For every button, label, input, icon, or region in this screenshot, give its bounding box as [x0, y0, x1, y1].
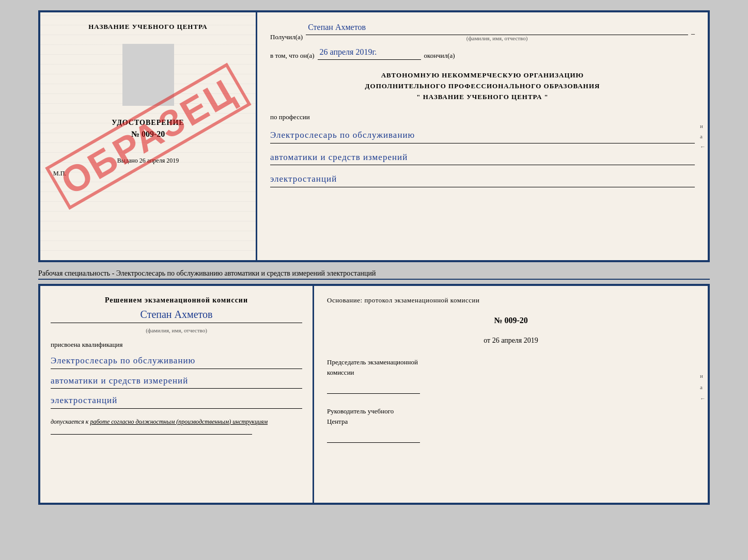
basis-label: Основание: протокол экзаменационной коми…: [327, 296, 695, 305]
received-row: Получил(а) Степан Ахметов (фамилия, имя,…: [270, 23, 695, 41]
inthat-row: в том, что он(а) 26 апреля 2019г. окончи…: [270, 47, 695, 60]
head-title: Руководитель учебного Центра: [327, 406, 695, 426]
head-label2: Центра: [327, 418, 348, 425]
org-line3: " НАЗВАНИЕ УЧЕБНОГО ЦЕНТРА ": [270, 92, 695, 103]
head-block: Руководитель учебного Центра: [327, 406, 695, 443]
issued-date-value: 26 апреля 2019: [139, 157, 179, 164]
bottom-right-panel: Основание: протокол экзаменационной коми…: [314, 286, 708, 503]
side-mark-1: и: [700, 123, 706, 129]
profession-label: по профессии: [270, 113, 695, 121]
cert-number: № 009-20: [131, 130, 165, 139]
chair-label2: комиссии: [327, 369, 354, 376]
protocol-date-value: 26 апреля 2019: [492, 337, 538, 344]
head-label1: Руководитель учебного: [327, 407, 394, 415]
bottom-side-mark-1: и: [700, 373, 706, 379]
side-mark-2: а: [700, 133, 706, 139]
profession-line1: Электрослесарь по обслуживанию: [270, 127, 695, 143]
допускается-row: допускается к работе согласно должностны…: [51, 418, 302, 426]
chair-label1: Председатель экзаменационной: [327, 358, 418, 366]
issued-label: Выдано: [117, 157, 138, 164]
bottom-person-name: Степан Ахметов: [51, 309, 302, 323]
bottom-fio-subtext: (фамилия, имя, отчество): [51, 327, 302, 333]
qual-line3: электростанций: [51, 393, 302, 409]
bottom-left-panel: Решением экзаменационной комиссии Степан…: [40, 286, 314, 503]
received-name: Степан Ахметов: [306, 23, 688, 35]
bottom-side-mark-2: а: [700, 384, 706, 390]
side-marks-top: и а ←: [700, 123, 708, 150]
допускается-value: работе согласно должностным (производств…: [90, 418, 268, 425]
issued-date: Выдано 26 апреля 2019: [117, 157, 179, 165]
qual-line2: автоматики и средств измерений: [51, 373, 302, 389]
bottom-side-mark-3: ←: [700, 395, 706, 402]
protocol-number: № 009-20: [327, 316, 695, 325]
chair-signature-line: [327, 381, 420, 394]
org-block: АВТОНОМНУЮ НЕКОММЕРЧЕСКУЮ ОРГАНИЗАЦИЮ ДО…: [270, 70, 695, 102]
profession-line2: автоматики и средств измерений: [270, 150, 695, 166]
org-line1: АВТОНОМНУЮ НЕКОММЕРЧЕСКУЮ ОРГАНИЗАЦИЮ: [270, 70, 695, 81]
chair-block: Председатель экзаменационной комиссии: [327, 357, 695, 394]
qual-line1: Электрослесарь по обслуживанию: [51, 353, 302, 369]
bottom-document: Решением экзаменационной комиссии Степан…: [38, 284, 710, 505]
head-signature-line: [327, 430, 420, 443]
top-left-title: НАЗВАНИЕ УЧЕБНОГО ЦЕНТРА: [88, 23, 208, 31]
side-mark-3: ←: [700, 143, 706, 150]
photo-placeholder: [122, 44, 174, 106]
profession-line3: электростанций: [270, 171, 695, 187]
mp-label: М.П.: [53, 170, 66, 178]
specialty-label: Рабочая специальность - Электрослесарь п…: [38, 266, 710, 280]
inthat-date: 26 апреля 2019г.: [318, 47, 421, 60]
допускается-label: допускается к: [51, 418, 88, 425]
protocol-date-prefix: от: [484, 337, 490, 344]
top-left-panel: НАЗВАНИЕ УЧЕБНОГО ЦЕНТРА УДОСТОВЕРЕНИЕ №…: [40, 12, 257, 260]
protocol-date: от 26 апреля 2019: [327, 337, 695, 345]
cert-label: УДОСТОВЕРЕНИЕ: [112, 119, 184, 127]
qual-label: присвоена квалификация: [51, 341, 302, 349]
org-line2: ДОПОЛНИТЕЛЬНОГО ПРОФЕССИОНАЛЬНОГО ОБРАЗО…: [270, 81, 695, 92]
top-right-panel: Получил(а) Степан Ахметов (фамилия, имя,…: [257, 12, 708, 260]
side-marks-bottom: и а ←: [700, 373, 708, 402]
decision-text: Решением экзаменационной комиссии: [51, 296, 302, 305]
chair-title: Председатель экзаменационной комиссии: [327, 357, 695, 377]
received-label: Получил(а): [270, 33, 303, 41]
inthat-label: в том, что он(а): [270, 52, 315, 60]
fio-subtext-top: (фамилия, имя, отчество): [306, 35, 688, 41]
top-document: НАЗВАНИЕ УЧЕБНОГО ЦЕНТРА УДОСТОВЕРЕНИЕ №…: [38, 10, 710, 262]
finished-label: окончил(а): [424, 52, 455, 60]
